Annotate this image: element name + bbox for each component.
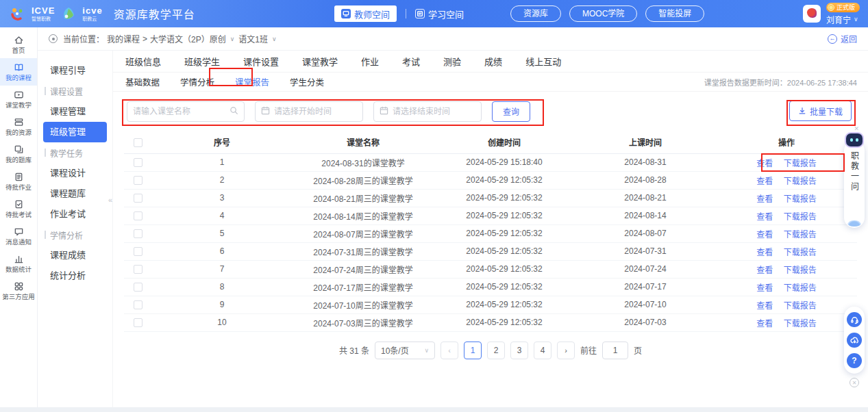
sidebar-collapse-icon[interactable]: « [108, 196, 112, 204]
row-checkbox[interactable] [134, 211, 142, 220]
rail-item-home[interactable]: 首页 [0, 31, 37, 58]
download-report-link[interactable]: 下载报告 [784, 230, 817, 240]
row-checkbox[interactable] [134, 194, 142, 203]
prev-page-button[interactable]: ‹ [441, 342, 458, 359]
main-tab[interactable]: 测验 [443, 55, 461, 68]
main-tab[interactable]: 班级信息 [125, 55, 161, 68]
sidebar-item[interactable]: 课程引导 [38, 60, 112, 81]
main-tab[interactable]: 课件设置 [243, 55, 279, 68]
row-checkbox[interactable] [134, 158, 142, 167]
main-tab[interactable]: 作业 [361, 55, 379, 68]
row-checkbox[interactable] [134, 176, 142, 185]
rail-item-homework[interactable]: 待批作业 [0, 168, 37, 195]
rail-item-stats[interactable]: 数据统计 [0, 250, 37, 277]
next-page-button[interactable]: › [557, 342, 575, 359]
table-row: 2 2024-08-28周三的课堂教学 2024-05-29 12:05:32 … [124, 171, 857, 189]
sub-tab[interactable]: 基础数据 [125, 75, 160, 88]
row-checkbox[interactable] [134, 300, 142, 309]
sidebar-item[interactable]: 课程题库 [38, 183, 112, 204]
download-report-link[interactable]: 下载报告 [784, 177, 817, 186]
rail-item-apps[interactable]: 第三方应用 [0, 277, 37, 305]
download-report-link[interactable]: 下载报告 [784, 319, 817, 329]
download-report-link[interactable]: 下载报告 [784, 301, 817, 311]
robot-icon [846, 133, 863, 146]
search-icon[interactable] [230, 105, 238, 118]
back-button[interactable]: ← 返回 [828, 33, 857, 44]
row-checkbox[interactable] [134, 318, 142, 327]
download-report-link[interactable]: 下载报告 [784, 212, 817, 222]
rail-item-question-bank[interactable]: 我的题库 [0, 140, 37, 168]
download-report-link[interactable]: 下载报告 [784, 159, 817, 168]
start-time-input[interactable] [274, 107, 357, 116]
sidebar-item[interactable]: 统计分析 [38, 266, 112, 286]
row-checkbox[interactable] [134, 265, 142, 274]
header-quick-link[interactable]: 资源库 [510, 5, 561, 22]
row-checkbox[interactable] [134, 283, 142, 292]
download-report-link[interactable]: 下载报告 [784, 283, 817, 293]
view-link[interactable]: 查看 [756, 177, 773, 186]
main-tab[interactable]: 成绩 [484, 55, 502, 68]
rail-item-message[interactable]: 消息通知 [0, 222, 37, 250]
breadcrumb-my-courses[interactable]: 我的课程 [107, 33, 140, 44]
teacher-space-button[interactable]: 教师空间 [334, 5, 397, 22]
end-time-input[interactable] [393, 107, 475, 116]
view-link[interactable]: 查看 [756, 248, 773, 257]
page-number-button[interactable]: 2 [487, 342, 505, 359]
sidebar-item[interactable]: 课程成绩 [38, 245, 112, 266]
download-report-link[interactable]: 下载报告 [784, 194, 817, 204]
row-created-time: 2024-05-29 12:05:32 [434, 313, 575, 331]
rail-item-classroom[interactable]: 课堂教学 [0, 86, 37, 113]
main-tab[interactable]: 线上互动 [525, 55, 561, 68]
table-column-header: 上课时间 [575, 131, 716, 153]
page-number-button[interactable]: 4 [534, 342, 551, 359]
page-number-button[interactable]: 3 [510, 342, 528, 359]
sub-tab[interactable]: 学生分类 [290, 75, 324, 88]
ai-assistant-widget[interactable]: ✕ 职教一问 [844, 140, 865, 228]
row-checkbox[interactable] [134, 247, 142, 256]
rail-item-courses[interactable]: 我的课程 [0, 58, 37, 86]
download-report-link[interactable]: 下载报告 [784, 266, 817, 275]
assistant-close-icon[interactable]: ✕ [854, 125, 859, 132]
query-button[interactable]: 查询 [492, 101, 530, 122]
view-link[interactable]: 查看 [756, 319, 773, 329]
sidebar-item[interactable]: 课程管理 [38, 101, 112, 122]
toolbar-close-icon[interactable]: ✕ [850, 378, 859, 387]
breadcrumb-course-dropdown[interactable]: 大学语文（2P）原创 [150, 33, 226, 44]
sub-tab[interactable]: 学情分析 [180, 75, 214, 88]
view-link[interactable]: 查看 [756, 283, 773, 293]
download-report-link[interactable]: 下载报告 [784, 248, 817, 257]
view-link[interactable]: 查看 [756, 159, 773, 168]
page-number-button[interactable]: 1 [464, 342, 482, 359]
cloud-download-icon[interactable] [847, 333, 862, 348]
main-tab[interactable]: 课堂教学 [302, 55, 338, 68]
row-checkbox[interactable] [134, 229, 142, 238]
row-index: 10 [151, 313, 293, 331]
rail-item-exam[interactable]: 待批考试 [0, 195, 37, 222]
view-link[interactable]: 查看 [756, 230, 773, 240]
header-quick-link[interactable]: MOOC学院 [569, 5, 637, 22]
sub-tab[interactable]: 课堂报告 [235, 75, 269, 88]
main-tab[interactable]: 考试 [402, 55, 420, 68]
help-icon[interactable]: ? [847, 353, 862, 368]
goto-page-input[interactable] [602, 342, 628, 359]
class-name-input[interactable] [133, 107, 225, 116]
view-link[interactable]: 查看 [756, 266, 773, 275]
header-quick-link[interactable]: 智能投屏 [645, 5, 704, 22]
sidebar-item[interactable]: 课程设计 [38, 163, 112, 183]
page-size-select[interactable]: 10条/页 ∨ [375, 342, 435, 359]
rail-item-resources[interactable]: 我的资源 [0, 113, 37, 140]
customer-service-icon[interactable] [847, 312, 862, 327]
sidebar-item[interactable]: 班级管理 [43, 122, 107, 142]
select-all-checkbox[interactable] [134, 138, 142, 147]
view-link[interactable]: 查看 [756, 301, 773, 311]
sidebar-item[interactable]: 作业考试 [38, 204, 112, 224]
batch-download-button[interactable]: 批量下载 [789, 101, 852, 121]
learning-space-button[interactable]: 学习空间 [415, 8, 464, 21]
view-link[interactable]: 查看 [756, 212, 773, 222]
user-menu[interactable]: 刘育宁 ∨ [826, 14, 858, 25]
breadcrumb-class-dropdown[interactable]: 语文1班 [238, 33, 268, 44]
view-link[interactable]: 查看 [756, 194, 773, 204]
avatar[interactable] [803, 5, 821, 23]
main-tab[interactable]: 班级学生 [184, 55, 220, 68]
user-name: 刘育宁 [826, 14, 851, 25]
